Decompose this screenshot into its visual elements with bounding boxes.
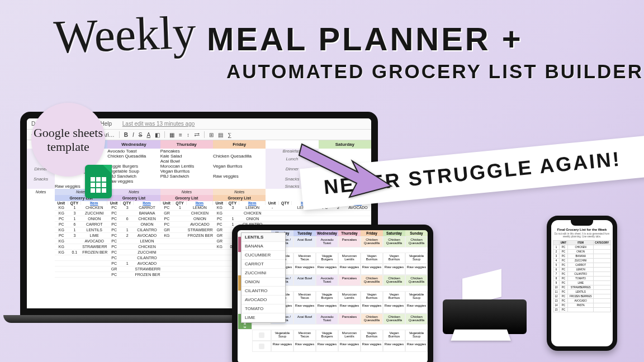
tablet-mockup: LENTILSBANANACUCUMBERCARROTZUCCHINIONION… [232, 225, 433, 362]
phone-mockup: Final Grocery List for the Week Do not e… [547, 216, 617, 351]
arrow-icon [296, 133, 397, 200]
bold-icon: B [124, 132, 128, 138]
title-main: MEAL PLANNER + [207, 20, 523, 58]
google-sheets-icon [85, 165, 112, 198]
title-script: Weekly [53, 5, 197, 64]
dropdown-popup: LENTILSBANANACUCUMBERCARROTZUCCHINIONION… [241, 232, 286, 323]
printer-icon [437, 274, 532, 346]
title-sub: AUTOMATED GROCERY LIST BUILDER [226, 60, 643, 83]
